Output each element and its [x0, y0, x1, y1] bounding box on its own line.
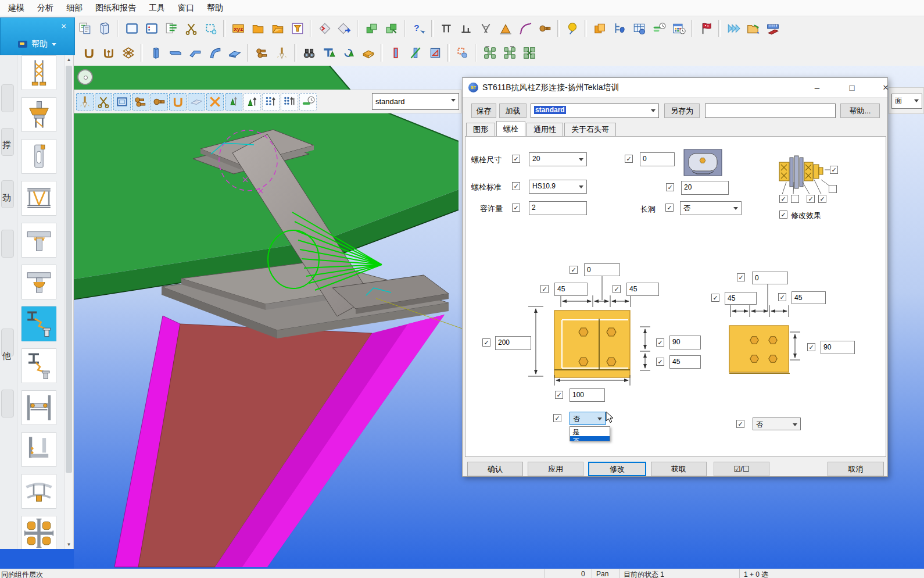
menu-detailing[interactable]: 细部 — [66, 3, 83, 13]
slotted-checkbox[interactable] — [665, 204, 674, 212]
component-thumb-10[interactable] — [22, 432, 56, 467]
measure-bolt-icon[interactable] — [536, 20, 554, 38]
hole-extra-checkbox[interactable] — [666, 183, 674, 191]
get-button[interactable]: 获取 — [651, 462, 707, 476]
measure-ruler-icon[interactable] — [764, 20, 782, 38]
rail-label-ta[interactable]: 他 — [2, 351, 11, 362]
channel-u-icon[interactable] — [80, 44, 98, 62]
component-thumb-2[interactable] — [22, 97, 56, 132]
profile-combo[interactable]: standard — [372, 93, 459, 110]
beam-create-icon[interactable] — [166, 44, 184, 62]
select-welds-icon[interactable] — [76, 93, 94, 110]
bolt-create-icon[interactable] — [253, 44, 271, 62]
ok-button[interactable]: 确认 — [467, 462, 523, 476]
select-grid-lines-icon[interactable] — [262, 93, 280, 110]
select-cuts-icon[interactable] — [95, 93, 112, 110]
component-thumb-11[interactable] — [22, 474, 56, 509]
coordinates-xyz-icon[interactable]: xyz — [229, 20, 247, 38]
modify-button[interactable]: 修改 — [588, 462, 646, 476]
dropdown-item-yes[interactable]: 是 — [570, 427, 610, 436]
assembly-check-1[interactable] — [830, 166, 838, 174]
rd-offset-checkbox[interactable] — [737, 273, 745, 281]
select-planes-icon[interactable] — [188, 93, 205, 110]
measure-arc-icon[interactable] — [516, 20, 534, 38]
scroll-thumb[interactable] — [66, 66, 72, 473]
select-loads-icon[interactable] — [299, 93, 317, 110]
menu-analysis[interactable]: 分析 — [37, 3, 53, 13]
save-as-input[interactable] — [705, 104, 836, 118]
rd-right-checkbox[interactable] — [778, 293, 786, 301]
select-components-icon[interactable] — [169, 93, 187, 110]
component-thumb-5[interactable] — [22, 223, 56, 258]
task-clock-icon[interactable] — [650, 20, 668, 38]
column-orthogonal-icon[interactable] — [320, 44, 338, 62]
dialog-titlebar[interactable]: ST ST611B抗风柱Z形连接-扬州Tekla培训 – □ × — [463, 78, 887, 98]
save-button[interactable]: 保存 — [471, 104, 496, 118]
ld-width-checkbox[interactable] — [555, 391, 563, 399]
help-popup-label[interactable]: 帮助 — [31, 39, 48, 49]
measure-area-icon[interactable] — [496, 20, 514, 38]
rd-stagger-checkbox[interactable] — [736, 420, 744, 428]
component-thumb-7-z-connection[interactable] — [22, 306, 56, 341]
open-folder-icon[interactable] — [249, 20, 267, 38]
ld-width-input[interactable]: 100 — [570, 388, 605, 402]
tab-bolts[interactable]: 螺栓 — [496, 121, 525, 136]
rd-stagger-combo[interactable]: 否 — [753, 418, 801, 430]
ld-stagger-combo[interactable]: 否 — [570, 412, 606, 425]
pad-footing-icon[interactable] — [359, 44, 377, 62]
menu-help[interactable]: 帮助 — [207, 3, 223, 13]
ld-offset-input[interactable]: 0 — [584, 263, 620, 276]
tab-about[interactable]: 关于石头哥 — [564, 123, 616, 136]
rail-group[interactable] — [1, 390, 14, 418]
twin-profile-icon[interactable] — [339, 44, 357, 62]
ld-bottom-input[interactable]: 45 — [669, 355, 701, 369]
member-triangle-icon[interactable] — [426, 44, 444, 62]
select-views-icon[interactable] — [113, 93, 131, 110]
weld-create-icon[interactable] — [273, 44, 291, 62]
next-object-icon[interactable] — [335, 20, 353, 38]
fence-top-icon[interactable] — [437, 20, 455, 38]
close-icon[interactable]: × — [61, 21, 66, 31]
auto-connect-2-icon[interactable] — [500, 44, 518, 62]
rail-group[interactable] — [1, 230, 14, 258]
face-combo[interactable]: 面 — [891, 94, 922, 109]
window-layout-icon[interactable] — [142, 20, 160, 38]
bolt-standard-checkbox[interactable] — [512, 182, 520, 190]
select-points-icon[interactable] — [225, 93, 242, 110]
origin-widget[interactable] — [77, 69, 93, 85]
grid-create-icon[interactable] — [119, 44, 137, 62]
assembly-check-2[interactable] — [829, 185, 837, 193]
component-thumb-3[interactable] — [22, 139, 56, 174]
menu-window[interactable]: 窗口 — [178, 3, 194, 13]
select-rebar-icon[interactable] — [281, 93, 298, 110]
ld-right-checkbox[interactable] — [613, 285, 621, 293]
rd-left-checkbox[interactable] — [711, 294, 719, 302]
refresh-folder-icon[interactable] — [744, 20, 762, 38]
toggle-all-button[interactable]: ☑/☐ — [714, 462, 769, 476]
select-lasso-icon[interactable] — [453, 44, 471, 62]
settings-profile-combo[interactable]: standard — [531, 104, 659, 118]
assembly-check-4[interactable] — [791, 195, 799, 203]
menu-tools[interactable]: 工具 — [149, 3, 165, 13]
assembly-check-5[interactable] — [807, 195, 815, 203]
bolt-standard-combo[interactable]: HS10.9 — [529, 180, 587, 194]
copy-object-icon[interactable] — [363, 20, 381, 38]
ld-spacing-input[interactable]: 90 — [669, 336, 701, 349]
load-button[interactable]: 加载 — [499, 104, 527, 118]
new-window-icon[interactable] — [123, 20, 141, 38]
select-auxiliary-icon[interactable] — [206, 93, 224, 110]
hole-offset-checkbox[interactable] — [625, 155, 633, 163]
apply-button[interactable]: 应用 — [528, 462, 583, 476]
minimize-button[interactable]: – — [808, 81, 826, 94]
model-view-icon[interactable] — [95, 20, 113, 38]
component-thumb-12[interactable] — [22, 516, 56, 551]
scroll-up-icon[interactable]: ▲ — [65, 55, 73, 64]
menu-modeling[interactable]: 建模 — [8, 3, 24, 13]
rd-left-input[interactable]: 45 — [725, 292, 757, 305]
component-thumb-4[interactable] — [22, 181, 56, 216]
cut-icon[interactable] — [182, 20, 200, 38]
inquire-icon[interactable]: ? — [410, 20, 428, 38]
ld-spacing-checkbox[interactable] — [656, 338, 664, 347]
modify-effect-checkbox[interactable] — [779, 210, 787, 219]
channel-u2-icon[interactable] — [99, 44, 117, 62]
